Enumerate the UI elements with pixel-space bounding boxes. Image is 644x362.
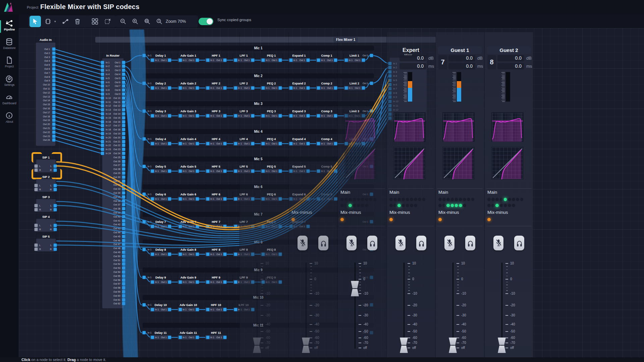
port-node-in[interactable] [178, 58, 182, 62]
port-router-out[interactable] [122, 235, 125, 238]
port-node-out[interactable] [196, 114, 199, 118]
delay-value-field[interactable]: 0.0 [399, 63, 426, 69]
port-node-out[interactable] [168, 336, 171, 339]
port-router-out[interactable] [122, 167, 125, 171]
main-led[interactable] [397, 204, 401, 207]
port-router-out[interactable] [122, 147, 125, 151]
port-node-out[interactable] [168, 225, 171, 228]
port-node-in[interactable] [178, 280, 182, 284]
port-node-in[interactable] [206, 197, 210, 201]
main-led[interactable] [508, 204, 511, 207]
port-router-in[interactable] [101, 147, 104, 151]
port-router-in[interactable] [101, 128, 104, 131]
port-router-out[interactable] [122, 84, 125, 88]
port-router-out[interactable] [122, 175, 125, 179]
node-hpf-9[interactable]: HPF 9 [205, 275, 227, 280]
delete-tool[interactable] [72, 16, 83, 27]
main-led[interactable] [348, 204, 352, 207]
port-sip-out-l[interactable] [53, 224, 57, 227]
node-hpf-7[interactable]: HPF 7 [205, 219, 227, 225]
node-tool[interactable] [42, 16, 54, 27]
port-router-out[interactable] [122, 76, 125, 80]
port-router-out[interactable] [122, 294, 125, 298]
main-led[interactable] [500, 204, 503, 207]
port-node-out[interactable] [168, 280, 171, 284]
port-audio-out[interactable] [52, 115, 56, 118]
port-router-out[interactable] [122, 72, 125, 76]
node-delay-8[interactable]: Delay 8 [150, 247, 171, 252]
main-led[interactable] [467, 198, 470, 201]
main-led[interactable] [373, 198, 377, 201]
port-node-in[interactable] [178, 308, 182, 311]
main-led[interactable] [340, 204, 344, 207]
port-router-in[interactable] [101, 100, 104, 104]
headphones-button[interactable] [514, 236, 524, 250]
port-node-out[interactable] [223, 336, 227, 339]
port-node-out[interactable] [223, 169, 227, 173]
node-hpf-4[interactable]: HPF 4 [205, 136, 227, 142]
node-adv-gain-7[interactable]: Adv Gain 7 [178, 219, 199, 225]
port-audio-out[interactable] [52, 91, 56, 95]
node-adv-gain-11[interactable]: Adv Gain 11 [178, 330, 199, 336]
port-node-in[interactable] [151, 197, 154, 201]
port-node-in[interactable] [206, 114, 210, 118]
port-node-out[interactable] [196, 142, 199, 145]
main-led[interactable] [463, 198, 466, 201]
node-hpf-3[interactable]: HPF 3 [205, 109, 227, 114]
main-led[interactable] [353, 198, 356, 201]
port-node-in[interactable] [206, 58, 210, 62]
main-led[interactable] [361, 198, 364, 201]
port-node-in[interactable] [234, 86, 237, 90]
node-adv-gain-4[interactable]: Adv Gain 4 [178, 136, 199, 142]
main-led[interactable] [406, 204, 409, 207]
port-audio-out[interactable] [52, 138, 56, 142]
node-delay-2[interactable]: Delay 2 [150, 81, 171, 86]
port-node-out[interactable] [223, 280, 227, 284]
main-led[interactable] [442, 198, 446, 201]
main-led[interactable] [410, 198, 413, 201]
port-router-out[interactable] [122, 199, 125, 203]
port-sip-out-r[interactable] [53, 188, 57, 191]
fader-handle[interactable] [448, 338, 457, 353]
fader-handle[interactable] [497, 338, 506, 353]
port-chain-in[interactable] [142, 331, 146, 335]
fader-handle[interactable] [302, 338, 310, 353]
main-led[interactable] [414, 198, 417, 201]
port-router-out[interactable] [122, 92, 125, 96]
sidebar-item-settings[interactable]: Settings [0, 73, 19, 91]
node-adv-gain-1[interactable]: Adv Gain 1 [178, 53, 199, 58]
main-led[interactable] [393, 204, 397, 207]
main-led[interactable] [406, 198, 409, 201]
port-router-out[interactable] [122, 136, 125, 139]
port-router-out[interactable] [122, 88, 125, 92]
port-router-out[interactable] [122, 250, 125, 254]
main-led[interactable] [365, 204, 368, 207]
node-delay-1[interactable]: Delay 1 [150, 53, 171, 58]
main-led[interactable] [512, 198, 515, 201]
port-audio-out[interactable] [52, 59, 56, 63]
mix-minus-led[interactable] [438, 218, 442, 221]
port-sip-in-l[interactable] [34, 224, 38, 227]
port-node-in[interactable] [234, 280, 237, 284]
port-node-out[interactable] [196, 169, 199, 173]
main-led[interactable] [463, 204, 466, 207]
main-led[interactable] [491, 204, 495, 207]
node-adv-gain-8[interactable]: Adv Gain 8 [178, 247, 199, 252]
port-node-out[interactable] [196, 225, 199, 228]
port-chain-in[interactable] [142, 54, 146, 57]
delay-value-field[interactable]: 0.0 [497, 63, 524, 69]
port-node-out[interactable] [223, 58, 227, 62]
port-node-out[interactable] [168, 252, 171, 256]
fader-handle[interactable] [351, 281, 359, 296]
port-node-out[interactable] [168, 58, 171, 62]
port-sip-out-l[interactable] [53, 164, 57, 168]
port-node-in[interactable] [206, 225, 210, 228]
main-led[interactable] [402, 198, 405, 201]
mic-mute-button[interactable] [444, 236, 454, 250]
port-node-in[interactable] [206, 142, 210, 145]
sidebar-item-project[interactable]: Project [0, 55, 19, 72]
main-led[interactable] [353, 204, 356, 207]
main-led[interactable] [455, 204, 458, 207]
port-node-in[interactable] [151, 86, 154, 90]
port-router-out[interactable] [122, 266, 125, 270]
